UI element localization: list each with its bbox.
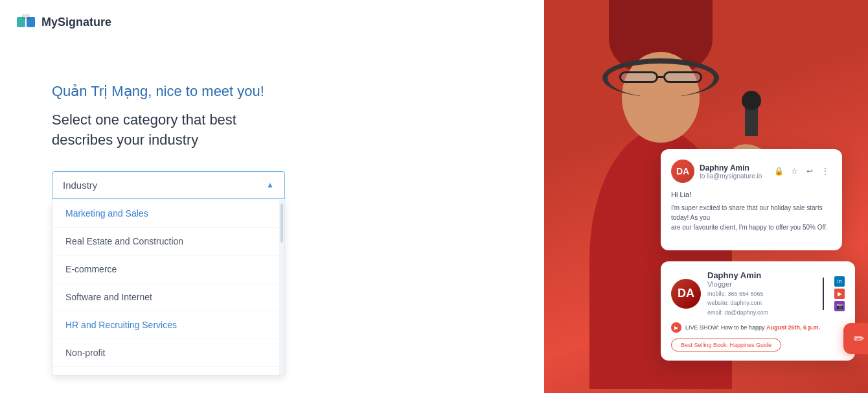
- email-card: DA Daphny Amin to lia@mysignature.io 🔒 ☆…: [661, 149, 842, 250]
- logo-icon: [16, 12, 36, 32]
- email-sender-info: Daphny Amin to lia@mysignature.io: [700, 163, 772, 180]
- glasses-right: [663, 71, 702, 83]
- reply-icon: ↩: [803, 165, 816, 178]
- dropdown-list: Marketing and Sales Real Estate and Cons…: [52, 200, 285, 375]
- lock-icon: 🔒: [772, 165, 785, 178]
- dropdown-items: Marketing and Sales Real Estate and Cons…: [52, 200, 279, 375]
- sig-email: email: da@daphny.com: [707, 308, 812, 317]
- glasses-bridge: [658, 76, 663, 78]
- email-actions: 🔒 ☆ ↩ ⋮: [772, 165, 832, 178]
- chevron-up-icon: ▲: [266, 180, 274, 189]
- live-date: August 26th, 6 p.m.: [766, 324, 820, 331]
- dropdown-item-software[interactable]: Software and Internet: [52, 283, 279, 311]
- email-greeting: Hi Lia!: [671, 189, 832, 200]
- sig-website: website: daphny.com: [707, 298, 812, 307]
- email-avatar: DA: [671, 160, 694, 183]
- instagram-icon: 📷: [834, 301, 845, 311]
- header: MySignature: [0, 0, 544, 44]
- sig-info: Daphny Amin Vlogger mobile: 365 654 8065…: [707, 270, 812, 317]
- more-icon: ⋮: [819, 165, 832, 178]
- dropdown-scroll-area: Marketing and Sales Real Estate and Cons…: [52, 200, 284, 375]
- subtitle-line2: describes your industry: [52, 132, 198, 148]
- fab-button[interactable]: ✏: [843, 323, 868, 354]
- email-sender-name: Daphny Amin: [700, 163, 772, 173]
- signature-card: DA Daphny Amin Vlogger mobile: 365 654 8…: [661, 261, 855, 361]
- dropdown-label: Industry: [63, 180, 97, 191]
- main-content: Quản Trị Mạng, nice to meet you! Select …: [0, 44, 544, 225]
- scrollbar-thumb: [280, 204, 283, 243]
- sig-mobile: mobile: 365 654 8065: [707, 289, 812, 298]
- dropdown-item-nonprofit[interactable]: Non-profit: [52, 339, 279, 367]
- star-icon: ☆: [788, 165, 801, 178]
- sig-divider: [823, 278, 824, 310]
- subtitle-line1: Select one category that best: [52, 112, 236, 128]
- sig-name: Daphny Amin: [707, 270, 812, 280]
- sig-cta: Best Selling Book: Happines Guide: [671, 338, 845, 351]
- sig-cta-button[interactable]: Best Selling Book: Happines Guide: [671, 339, 781, 351]
- sig-details: mobile: 365 654 8065 website: daphny.com…: [707, 289, 812, 317]
- email-body: Hi Lia! I'm super excited to share that …: [671, 189, 832, 232]
- sig-top: DA Daphny Amin Vlogger mobile: 365 654 8…: [671, 270, 845, 317]
- sig-title: Vlogger: [707, 280, 812, 288]
- sig-avatar: DA: [671, 279, 701, 309]
- sig-social-icons: in ▶ 📷: [834, 276, 845, 311]
- subtitle: Select one category that best describes …: [52, 110, 492, 150]
- svg-rect-2: [22, 14, 30, 19]
- live-dot-icon: ▶: [671, 322, 681, 333]
- sig-live-text: LIVE SHOW: How to be happy August 26th, …: [685, 324, 820, 331]
- left-panel: MySignature Quản Trị Mạng, nice to meet …: [0, 0, 544, 393]
- dropdown-trigger[interactable]: Industry ▲: [52, 171, 285, 199]
- email-body-text1: I'm super excited to share that our holi…: [671, 203, 832, 222]
- linkedin-icon: in: [834, 276, 845, 287]
- email-header: DA Daphny Amin to lia@mysignature.io 🔒 ☆…: [671, 160, 832, 183]
- dropdown-item-marketing[interactable]: Marketing and Sales: [52, 200, 279, 228]
- logo-text: MySignature: [41, 16, 111, 29]
- microphone-head: [742, 91, 761, 110]
- right-panel-bg: DA Daphny Amin to lia@mysignature.io 🔒 ☆…: [544, 0, 868, 393]
- dropdown-item-realestate[interactable]: Real Estate and Construction: [52, 228, 279, 256]
- sig-live-row: ▶ LIVE SHOW: How to be happy August 26th…: [671, 322, 845, 333]
- glasses-left: [619, 71, 658, 83]
- youtube-icon: ▶: [834, 289, 845, 299]
- dropdown-item-hr[interactable]: HR and Recruiting Services: [52, 311, 279, 339]
- scrollbar[interactable]: [279, 200, 284, 375]
- industry-dropdown[interactable]: Industry ▲ Marketing and Sales Real Esta…: [52, 171, 285, 199]
- email-body-text2: are our favourite client, I'm happy to o…: [671, 222, 832, 232]
- email-sender-addr: to lia@mysignature.io: [700, 173, 772, 180]
- greeting-text: Quản Trị Mạng, nice to meet you!: [52, 83, 492, 100]
- right-panel: DA Daphny Amin to lia@mysignature.io 🔒 ☆…: [544, 0, 868, 393]
- dropdown-item-ecommerce[interactable]: E-commerce: [52, 256, 279, 283]
- dropdown-item-education[interactable]: Education: [52, 367, 279, 375]
